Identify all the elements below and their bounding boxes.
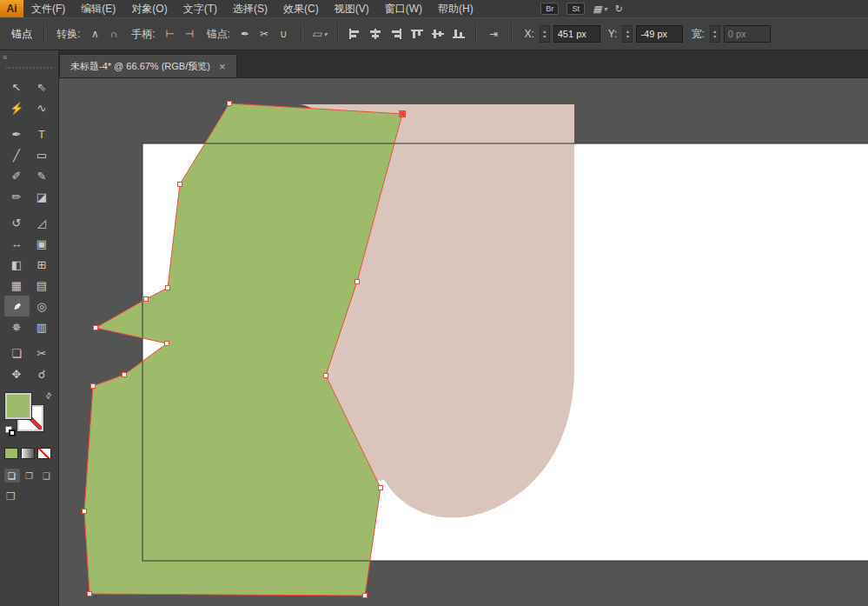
swap-fill-stroke-icon[interactable]: ⇄ <box>43 390 54 401</box>
menu-item-5[interactable]: 效果(C) <box>275 0 327 17</box>
symbol-sprayer-tool[interactable]: ✵ <box>4 316 30 337</box>
color-mode-buttons <box>4 448 55 459</box>
canvas[interactable] <box>59 78 868 606</box>
menu-item-8[interactable]: 帮助(H) <box>430 0 481 17</box>
slice-tool[interactable]: ✂ <box>30 343 55 363</box>
hide-handles-button[interactable]: ⊣ <box>180 24 199 43</box>
anchor-point[interactable] <box>83 509 87 514</box>
rotate-tool[interactable]: ↺ <box>4 212 30 233</box>
anchor-point[interactable] <box>144 297 149 302</box>
color-button[interactable] <box>4 448 18 459</box>
type-tool[interactable]: T <box>30 123 55 144</box>
anchor-point[interactable] <box>91 384 96 389</box>
y-input[interactable] <box>636 25 683 43</box>
align-horizontal-left-icon[interactable] <box>348 28 361 40</box>
join-path-button[interactable]: ∪ <box>274 24 293 43</box>
paintbrush-tool[interactable]: ✐ <box>4 165 30 186</box>
anchor-point[interactable] <box>228 102 232 106</box>
align-horizontal-right-icon[interactable] <box>389 28 403 40</box>
paintbrush-tool-icon: ✐ <box>12 170 22 183</box>
toolbar-header[interactable]: « <box>0 50 58 77</box>
artwork-svg[interactable] <box>59 78 868 606</box>
x-input[interactable] <box>553 25 600 43</box>
anchor-point[interactable] <box>165 342 169 346</box>
width-label: 宽: <box>691 27 704 42</box>
rectangle-tool[interactable]: ▭ <box>30 144 55 165</box>
show-handles-button[interactable]: ⊢ <box>161 24 180 43</box>
pen-tool-icon: ✒ <box>12 128 22 141</box>
document-tab-bar: 未标题-4* @ 66.67% (RGB/预览) × <box>59 50 868 78</box>
convert-to-corner-button[interactable]: ∧ <box>85 24 104 43</box>
width-stepper[interactable]: ▴▾ <box>710 25 720 43</box>
document-tab[interactable]: 未标题-4* @ 66.67% (RGB/预览) × <box>59 54 237 77</box>
anchor-point[interactable] <box>324 374 328 378</box>
perspective-grid-tool[interactable]: ⊞ <box>30 254 55 275</box>
stock-badge[interactable]: St <box>567 3 585 15</box>
scale-tool[interactable]: ◿ <box>30 212 55 233</box>
screen-mode-button[interactable]: ❒ <box>6 490 32 503</box>
width-tool-icon: ↔ <box>11 237 23 250</box>
draw-behind-button[interactable]: ❐ <box>22 469 37 483</box>
anchor-point[interactable] <box>166 286 170 290</box>
width-input[interactable] <box>724 25 771 43</box>
eraser-tool[interactable]: ◪ <box>30 186 55 207</box>
cut-path-button[interactable]: ✂ <box>255 24 274 43</box>
anchor-point[interactable] <box>355 280 360 284</box>
align-vertical-top-icon[interactable] <box>410 28 424 40</box>
align-horizontal-center-icon[interactable] <box>368 28 382 40</box>
convert-to-smooth-button[interactable]: ∩ <box>104 24 123 43</box>
direct-selection-tool[interactable]: ⇖ <box>30 77 55 97</box>
collapse-toolbar-icon[interactable]: « <box>3 52 8 62</box>
magic-wand-tool[interactable]: ⚡ <box>4 97 30 118</box>
lasso-tool[interactable]: ∿ <box>30 97 55 118</box>
column-graph-tool[interactable]: ▥ <box>30 316 55 337</box>
anchor-point[interactable] <box>379 486 383 490</box>
fill-stroke-indicator: ⇄ <box>4 391 55 438</box>
pencil-tool[interactable]: ✎ <box>30 165 55 186</box>
draw-normal-button[interactable]: ❏ <box>4 469 20 483</box>
sync-settings-icon[interactable]: ↻ <box>615 3 623 15</box>
mesh-tool[interactable]: ▦ <box>4 275 30 296</box>
eyedropper-tool[interactable]: ✒ <box>4 296 30 316</box>
toolbar-grip[interactable] <box>6 67 52 69</box>
anchor-point-selected[interactable] <box>400 111 406 117</box>
y-stepper[interactable]: ▴▾ <box>622 25 633 43</box>
arrange-documents-icon[interactable]: ▦▾ <box>593 3 606 15</box>
line-segment-tool[interactable]: ╱ <box>4 144 30 165</box>
menu-item-2[interactable]: 对象(O) <box>123 0 175 17</box>
blend-tool[interactable]: ◎ <box>30 296 55 316</box>
artboard-options-dropdown[interactable]: ▭▾ <box>309 24 329 43</box>
align-vertical-bottom-icon[interactable] <box>452 28 466 40</box>
fill-swatch[interactable] <box>5 393 31 419</box>
hand-tool[interactable]: ✥ <box>4 363 30 384</box>
gradient-tool[interactable]: ▤ <box>30 275 55 296</box>
align-to-selection-icon[interactable]: ⇥ <box>484 24 503 43</box>
width-tool[interactable]: ↔ <box>4 233 30 254</box>
anchor-point[interactable] <box>94 326 98 330</box>
free-transform-tool[interactable]: ▣ <box>30 233 55 254</box>
align-vertical-middle-icon[interactable] <box>431 28 445 40</box>
menu-item-0[interactable]: 文件(F) <box>23 0 73 17</box>
draw-inside-button[interactable]: ❑ <box>39 469 55 483</box>
anchor-point[interactable] <box>123 373 127 377</box>
menu-item-6[interactable]: 视图(V) <box>327 0 377 17</box>
remove-anchor-button[interactable]: ✒ <box>235 24 255 43</box>
none-button[interactable] <box>37 448 51 459</box>
menu-item-7[interactable]: 窗口(W) <box>377 0 430 17</box>
menu-item-3[interactable]: 文字(T) <box>176 0 225 17</box>
selection-tool[interactable]: ↖ <box>4 77 30 97</box>
artboard-tool[interactable]: ❏ <box>4 343 30 363</box>
shape-builder-tool[interactable]: ◧ <box>4 254 30 275</box>
close-tab-icon[interactable]: × <box>219 60 226 73</box>
blob-brush-tool[interactable]: ✏ <box>4 186 30 207</box>
bridge-badge[interactable]: Br <box>540 3 559 15</box>
pen-tool[interactable]: ✒ <box>4 123 30 144</box>
zoom-tool[interactable]: ☌ <box>30 363 55 384</box>
x-stepper[interactable]: ▴▾ <box>540 25 550 43</box>
anchor-point[interactable] <box>363 594 368 598</box>
anchor-point[interactable] <box>178 183 182 187</box>
gradient-button[interactable] <box>21 448 35 459</box>
menu-item-4[interactable]: 选择(S) <box>225 0 275 17</box>
anchor-point[interactable] <box>88 592 92 596</box>
menu-item-1[interactable]: 编辑(E) <box>73 0 123 17</box>
